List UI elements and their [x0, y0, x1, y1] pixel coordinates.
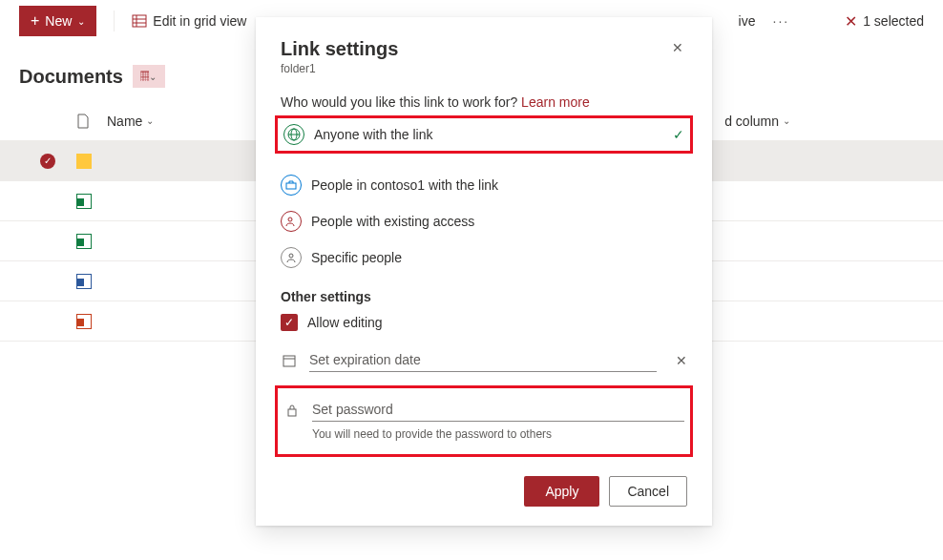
edit-grid-view-button[interactable]: Edit in grid view — [132, 13, 246, 29]
expiration-date-input[interactable] — [309, 348, 657, 372]
truncated-label: ive — [739, 13, 756, 29]
learn-more-link[interactable]: Learn more — [521, 94, 590, 110]
scope-question: Who would you like this link to work for… — [281, 94, 687, 110]
name-column-label: Name — [107, 114, 142, 129]
dialog-title: Link settings — [281, 38, 398, 60]
dialog-item-name: folder1 — [281, 62, 687, 75]
scope-specific[interactable]: Specific people — [281, 245, 687, 270]
document-icon — [76, 114, 90, 129]
lock-icon — [283, 404, 301, 417]
globe-icon — [283, 124, 304, 145]
allow-editing-label: Allow editing — [307, 315, 383, 330]
password-hint: You will need to provide the password to… — [312, 427, 684, 441]
checkmark-icon: ✓ — [673, 127, 684, 142]
divider — [114, 10, 115, 31]
allow-editing-checkbox[interactable]: ✓ Allow editing — [281, 314, 687, 331]
powerpoint-icon — [76, 314, 92, 329]
dialog-actions: Apply Cancel — [281, 476, 687, 507]
excel-icon — [76, 234, 92, 249]
svg-point-9 — [289, 254, 293, 258]
scope-anyone-label: Anyone with the link — [314, 127, 663, 142]
password-input[interactable] — [312, 398, 684, 422]
other-settings-heading: Other settings — [281, 289, 687, 304]
scope-existing-label: People with existing access — [311, 214, 687, 229]
chevron-down-icon: ⌄ — [149, 72, 157, 82]
grid-icon — [132, 13, 147, 29]
word-icon — [76, 274, 92, 289]
selection-counter[interactable]: ✕ 1 selected — [845, 12, 924, 31]
selected-check-icon[interactable]: ✓ — [40, 154, 55, 169]
more-actions-button[interactable]: ··· — [773, 13, 790, 29]
password-field-row — [283, 398, 684, 422]
plus-icon: + — [31, 12, 39, 30]
person-icon — [281, 247, 302, 268]
calendar-icon — [281, 354, 298, 367]
clear-selection-icon: ✕ — [845, 12, 857, 31]
scope-organisation-label: People in contoso1 with the link — [311, 177, 687, 193]
svg-rect-12 — [288, 409, 296, 416]
add-column-header[interactable]: d column ⌄ — [724, 114, 790, 129]
chevron-down-icon: ⌄ — [783, 115, 790, 126]
link-settings-dialog: Link settings ✕ folder1 Who would you li… — [256, 17, 712, 526]
svg-rect-0 — [133, 15, 146, 27]
highlight-anyone: Anyone with the link ✓ — [275, 115, 693, 154]
scope-list: Anyone with the link ✓ People in contoso… — [281, 119, 687, 270]
people-icon — [281, 211, 302, 232]
new-button[interactable]: + New ⌄ — [19, 6, 96, 36]
checkbox-checked-icon: ✓ — [281, 314, 298, 331]
apply-button[interactable]: Apply — [524, 476, 599, 507]
file-type-column[interactable] — [76, 114, 107, 129]
selection-count-label: 1 selected — [863, 13, 924, 29]
excel-icon — [76, 194, 92, 209]
svg-point-8 — [288, 218, 292, 221]
svg-rect-7 — [286, 183, 296, 189]
briefcase-icon — [281, 175, 302, 196]
chevron-down-icon: ⌄ — [146, 115, 154, 126]
highlight-password: You will need to provide the password to… — [275, 385, 693, 457]
cancel-button[interactable]: Cancel — [609, 476, 687, 507]
new-button-label: New — [45, 13, 72, 29]
scope-specific-label: Specific people — [311, 250, 687, 265]
close-button[interactable]: ✕ — [668, 38, 687, 57]
scope-existing[interactable]: People with existing access — [281, 209, 687, 234]
books-icon: 𝄜 — [140, 69, 149, 85]
close-icon: ✕ — [672, 40, 683, 55]
chevron-down-icon: ⌄ — [77, 16, 85, 27]
folder-icon — [76, 154, 92, 169]
scope-anyone[interactable]: Anyone with the link ✓ — [283, 122, 684, 147]
add-column-label: d column — [724, 114, 779, 129]
svg-rect-10 — [283, 356, 295, 366]
edit-grid-view-label: Edit in grid view — [153, 13, 246, 29]
expiration-field-row: ✕ — [281, 348, 687, 372]
scope-organisation[interactable]: People in contoso1 with the link — [281, 173, 687, 197]
page-title: Documents — [19, 66, 123, 88]
library-views-button[interactable]: 𝄜⌄ — [133, 65, 165, 88]
clear-expiration-button[interactable]: ✕ — [676, 353, 687, 368]
